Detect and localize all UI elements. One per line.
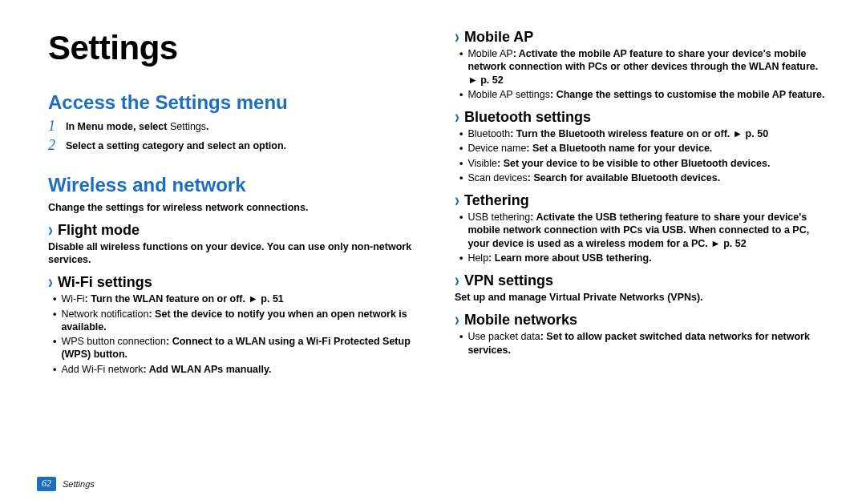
page-title: Settings [48,29,419,67]
map-b1-post: : Activate the mobile AP feature to shar… [467,48,818,86]
h3-vpn-label: VPN settings [464,272,553,289]
mn-b1-pre: Use packet data [467,331,540,342]
bullet-icon: • [459,171,463,184]
h2-access: Access the Settings menu [48,91,419,114]
bt-b2-post: : Set a Bluetooth name for your device. [526,143,712,154]
h3-bluetooth-label: Bluetooth settings [464,109,591,126]
wifi-b4-pre: Add Wi-Fi network [61,364,143,375]
bt-b2-pre: Device name [467,143,526,154]
h3-mobile-ap-label: Mobile AP [464,29,533,46]
teth-b2-post: : Learn more about USB tethering. [488,252,652,264]
bullet-icon: • [53,292,56,305]
h3-mobile-networks-label: Mobile networks [464,312,577,329]
right-column: › Mobile AP •Mobile AP: Activate the mob… [455,29,826,382]
map-b2-post: : Change the settings to customise the m… [550,89,824,100]
h3-tethering-label: Tethering [464,192,529,209]
step1-em: Settings [170,121,206,132]
h3-bluetooth: › Bluetooth settings [455,109,826,126]
mobile-networks-bullets: •Use packet data: Set to allow packet sw… [455,330,826,357]
bt-b4-pre: Scan devices [467,172,527,183]
h3-wifi: › Wi-Fi settings [48,274,419,291]
bullet-icon: • [459,211,463,250]
chevron-right-icon: › [455,270,459,292]
map-b2-pre: Mobile AP settings [467,89,550,100]
wireless-intro: Change the settings for wireless network… [48,201,419,214]
footer-section-label: Settings [63,479,95,489]
bt-b4-post: : Search for available Bluetooth devices… [528,172,720,183]
chevron-right-icon: › [48,272,53,293]
h3-flight-label: Flight mode [58,222,140,239]
left-column: Settings Access the Settings menu 1 In M… [48,29,419,382]
mobile-ap-bullets: •Mobile AP: Activate the mobile AP featu… [455,47,826,101]
bullet-icon: • [459,157,463,170]
h3-vpn: › VPN settings [455,272,826,289]
wifi-b2-pre: Network notification [61,308,148,320]
chevron-right-icon: › [455,190,459,212]
chevron-right-icon: › [455,309,459,331]
chevron-right-icon: › [455,26,459,48]
bluetooth-bullets: •Bluetooth: Turn the Bluetooth wireless … [455,127,826,184]
step-2: 2 Select a setting category and select a… [48,138,419,154]
bullet-icon: • [459,252,463,264]
h3-mobile-networks: › Mobile networks [455,312,826,329]
bullet-icon: • [459,127,463,140]
step2-text: Select a setting category and select an … [66,139,286,152]
bullet-icon: • [459,142,463,155]
wifi-b3-pre: WPS button connection [61,336,166,347]
step-number: 2 [48,138,59,154]
chevron-right-icon: › [48,220,53,241]
wifi-b1-post: : Turn the WLAN feature on or off. ► p. … [85,293,284,304]
bt-b1-post: : Turn the Bluetooth wireless feature on… [510,128,768,139]
page-footer: 62 Settings [37,477,95,491]
teth-b2-pre: Help [467,252,488,264]
step1-post: . [206,121,208,132]
bullet-icon: • [459,88,463,101]
h3-mobile-ap: › Mobile AP [455,29,826,46]
bullet-icon: • [53,335,56,361]
tethering-bullets: •USB tethering: Activate the USB tetheri… [455,211,826,264]
h3-tethering: › Tethering [455,192,826,209]
step1-pre: In Menu mode, select [66,121,170,132]
bullet-icon: • [53,363,56,376]
wifi-b4-post: : Add WLAN APs manually. [144,364,272,375]
bullet-icon: • [459,330,463,357]
teth-b1-pre: USB tethering [467,212,530,223]
vpn-body: Set up and manage Virtual Private Networ… [455,291,826,304]
h3-wifi-label: Wi-Fi settings [58,274,152,291]
wifi-bullets: •Wi-Fi: Turn the WLAN feature on or off.… [48,292,419,376]
bt-b3-post: : Set your device to be visible to other… [497,158,770,169]
bt-b1-pre: Bluetooth [467,128,510,139]
flight-body: Disable all wireless functions on your d… [48,240,419,267]
h2-wireless: Wireless and network [48,174,419,196]
step-number: 1 [48,119,59,135]
chevron-right-icon: › [455,107,459,128]
map-b1-pre: Mobile AP [467,48,512,59]
bullet-icon: • [53,308,56,334]
bt-b3-pre: Visible [467,158,497,169]
page-number: 62 [37,477,56,491]
wifi-b1-pre: Wi-Fi [61,293,84,304]
bullet-icon: • [459,47,463,87]
h3-flight: › Flight mode [48,222,419,239]
step-1: 1 In Menu mode, select Settings. [48,119,419,135]
